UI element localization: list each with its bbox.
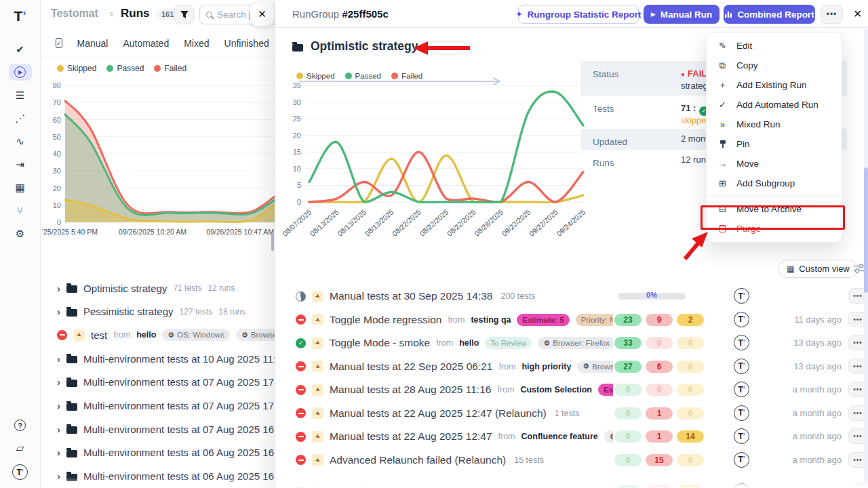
run-row[interactable]: ➤Manual tests at 28 Aug 2025 11:16fromCu… bbox=[275, 378, 868, 401]
breadcrumb-brand[interactable]: Testomat bbox=[51, 7, 98, 20]
run-row[interactable]: ➤Manual tests at 22 Sep 2025 06:21fromhi… bbox=[275, 355, 868, 378]
run-group-row[interactable]: ›Multi-environment tests at 10 Aug 2025 … bbox=[41, 347, 275, 370]
run-groups-list: ›Optimistic strategy71 tests12 runs›Pess… bbox=[41, 277, 275, 488]
settings-icon[interactable]: ⚙ bbox=[9, 225, 32, 242]
menu-item-add-automated-run[interactable]: ✓Add Automated Run bbox=[707, 95, 842, 115]
close-panel-icon[interactable]: ✕ bbox=[853, 7, 862, 20]
projects-icon[interactable]: ▱ bbox=[9, 439, 32, 456]
menu-item-edit[interactable]: ✎Edit bbox=[707, 36, 842, 56]
report-checklist-icon[interactable]: ✓ bbox=[56, 38, 62, 48]
passed-count-pill: 27 bbox=[614, 361, 642, 373]
svg-text:15: 15 bbox=[293, 148, 301, 156]
tab-manual[interactable]: Manual bbox=[77, 38, 108, 49]
search-placeholder: Search [( bbox=[217, 9, 254, 20]
steps-icon[interactable]: ⋰ bbox=[9, 110, 32, 127]
tests-icon[interactable]: ✔ bbox=[9, 41, 32, 58]
svg-text:30: 30 bbox=[53, 167, 61, 175]
run-row[interactable]: ➤Toggle Mode regressionfromtesting qaEst… bbox=[275, 308, 868, 331]
svg-text:30: 30 bbox=[293, 98, 301, 106]
from-suite-name: Custom Selection bbox=[520, 385, 592, 394]
menu-item-add-subgroup[interactable]: ⊞Add Subgroup bbox=[707, 174, 842, 193]
user-avatar[interactable]: T' bbox=[12, 464, 28, 480]
gear-icon: ⚙ bbox=[610, 432, 613, 441]
legend-item-skipped: Skipped bbox=[57, 64, 96, 73]
run-group-row[interactable]: ›Multi-environment tests at 07 Aug 2025 … bbox=[41, 394, 275, 418]
passed-status-icon: ✓ bbox=[296, 338, 306, 348]
run-group-row[interactable]: ›Multi-environment tests at 07 Aug 2025 … bbox=[41, 418, 275, 441]
group-trend-line-chart: 0510152025303508/07/202508/13/202508/13/… bbox=[282, 80, 594, 241]
import-icon[interactable]: ⇥ bbox=[9, 156, 32, 173]
svg-text:08/13/2025: 08/13/2025 bbox=[336, 207, 368, 237]
more-actions-button[interactable]: ••• bbox=[821, 5, 843, 24]
run-row-main: ➤Manual tests at 28 Aug 2025 11:16fromCu… bbox=[296, 378, 613, 401]
svg-text:70: 70 bbox=[53, 98, 61, 106]
menu-item-add-existing-run[interactable]: +Add Existing Run bbox=[707, 75, 842, 95]
run-row[interactable]: ➤Advanced Relaunch failed (Relaunch)15 t… bbox=[275, 449, 868, 472]
chevron-right-icon[interactable]: › bbox=[57, 447, 60, 458]
chevron-right-icon[interactable]: › bbox=[57, 306, 60, 317]
play-icon: ▶ bbox=[651, 11, 656, 18]
chevron-right-icon[interactable]: › bbox=[57, 471, 60, 481]
area-chart-legend: SkippedPassedFailed bbox=[57, 64, 186, 73]
group-runs-count: 18 runs bbox=[218, 307, 245, 317]
run-row[interactable]: ✓➤Toggle Mode - smokefromhelloTo Review⚙… bbox=[275, 331, 868, 354]
svg-text:08/22/2025: 08/22/2025 bbox=[418, 207, 450, 237]
rungroup-statistic-report-button[interactable]: ✦Rungroup Statistic Report bbox=[518, 5, 639, 24]
app-root: T' ✔▶☰⋰∿⇥▦⑂⚙ ?▱T' Testomat › Runs 161 Se… bbox=[0, 0, 868, 488]
menu-item-purge[interactable]: Purge bbox=[707, 219, 842, 239]
chevron-right-icon[interactable]: › bbox=[57, 354, 60, 364]
run-row[interactable]: ➤Manual tests at 22 Aug 2025 12:47 (Rela… bbox=[275, 402, 868, 425]
manual-run-button[interactable]: ▶Manual Run bbox=[644, 5, 719, 24]
runs-icon[interactable]: ▶ bbox=[9, 64, 32, 81]
filter-button[interactable] bbox=[174, 5, 194, 24]
chevron-right-icon[interactable]: › bbox=[57, 424, 60, 434]
left-panel-scrollbar[interactable] bbox=[271, 233, 274, 251]
svg-text:50: 50 bbox=[53, 133, 61, 141]
run-group-row[interactable]: ›Multi-environment tests at 06 Aug 2025 … bbox=[41, 465, 275, 488]
from-label: from bbox=[113, 330, 130, 340]
runner-avatar: T' bbox=[734, 288, 749, 304]
run-row-main: ➤Manual tests at 22 Aug 2025 12:47fromCo… bbox=[296, 425, 613, 448]
menu-item-mixed-run[interactable]: »Mixed Run bbox=[707, 115, 842, 134]
search-clear-button[interactable]: ✕ bbox=[250, 3, 274, 26]
failed-count-pill bbox=[646, 485, 673, 488]
pulse-icon[interactable]: ∿ bbox=[9, 133, 32, 150]
chevron-right-icon[interactable]: › bbox=[57, 401, 60, 411]
branches-icon[interactable]: ⑂ bbox=[9, 202, 32, 219]
chevron-right-icon[interactable]: › bbox=[57, 283, 60, 293]
help-icon[interactable]: ? bbox=[14, 420, 26, 431]
run-row[interactable]: ➤Manual tests at 30 Sep 2025 14:38200 te… bbox=[275, 285, 868, 308]
svg-text:0: 0 bbox=[297, 198, 301, 206]
test-plans-icon[interactable]: ☰ bbox=[9, 87, 32, 104]
menu-item-move-to-archive[interactable]: ⊟Move to Archive bbox=[707, 199, 842, 219]
runner-avatar: T' bbox=[734, 382, 749, 397]
run-group-row[interactable]: ›Pessimistic strategy127 tests18 runs bbox=[41, 300, 275, 323]
tab-mixed[interactable]: Mixed bbox=[184, 38, 209, 49]
menu-item-pin[interactable]: Pin bbox=[707, 134, 842, 154]
badge-text: Browser: Firefox bbox=[553, 339, 610, 347]
run-row[interactable]: ➤Manual tests atT'••• bbox=[275, 480, 868, 488]
custom-view-button[interactable]: ▦ Custom view bbox=[778, 260, 859, 278]
manual-test-icon: ➤ bbox=[312, 486, 323, 488]
run-group-row[interactable]: ›Optimistic strategy71 tests12 runs bbox=[41, 277, 275, 300]
tab-unfinished[interactable]: Unfinished bbox=[224, 38, 269, 49]
panel-scrollbar[interactable] bbox=[864, 167, 868, 293]
rungroup-header: RunGroup #25ff505c ✦Rungroup Statistic R… bbox=[275, 0, 868, 28]
menu-item-move[interactable]: →Move bbox=[707, 154, 842, 174]
from-suite-name: testing qa bbox=[471, 315, 511, 325]
run-group-row[interactable]: ›Multi-environment tests at 07 Aug 2025 … bbox=[41, 371, 275, 394]
svg-text:08/07/2025: 08/07/2025 bbox=[282, 207, 313, 237]
menu-item-copy[interactable]: ⧉Copy bbox=[707, 56, 842, 75]
run-time-ago: a month ago bbox=[793, 408, 842, 418]
combined-report-button[interactable]: Combined Report bbox=[724, 5, 815, 24]
tab-automated[interactable]: Automated bbox=[123, 38, 169, 49]
run-row[interactable]: ➤Manual tests at 22 Aug 2025 12:47fromCo… bbox=[275, 425, 868, 448]
analytics-icon[interactable]: ▦ bbox=[9, 179, 32, 196]
rungroup-detail-panel: RunGroup #25ff505c ✦Rungroup Statistic R… bbox=[275, 0, 868, 488]
manual-test-icon: ➤ bbox=[312, 361, 323, 372]
run-group-row[interactable]: ›Multi-environment tests at 06 Aug 2025 … bbox=[41, 441, 275, 464]
chevron-right-icon[interactable]: › bbox=[57, 377, 60, 387]
funnel-icon bbox=[180, 10, 189, 19]
run-row[interactable]: ➤testfromhello⚙OS: Windows⚙Browser: Chro… bbox=[41, 323, 275, 346]
badge-text: To Review bbox=[490, 339, 526, 347]
